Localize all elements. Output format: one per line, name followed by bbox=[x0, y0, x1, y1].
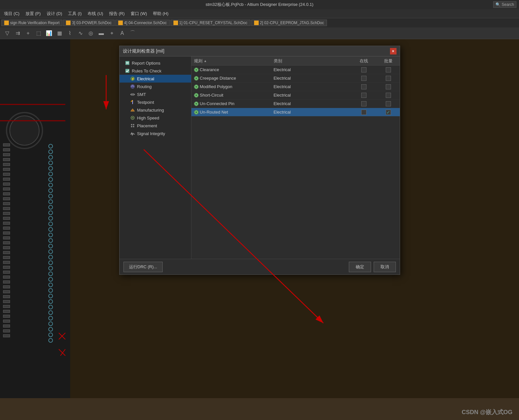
rule-online-creepage[interactable] bbox=[351, 76, 377, 81]
smt-icon bbox=[130, 92, 135, 97]
tree-item-electrical-label: Electrical bbox=[137, 76, 154, 81]
checkbox-online-clearance[interactable] bbox=[361, 67, 366, 72]
svg-point-103 bbox=[195, 69, 198, 71]
checkbox-batch-modified-polygon[interactable] bbox=[386, 84, 391, 89]
header-category: 类别 bbox=[271, 58, 351, 64]
rule-online-clearance[interactable] bbox=[351, 67, 377, 72]
dialog-title-bar: 设计规则检查器 [mil] × bbox=[120, 46, 400, 56]
trace-btn[interactable]: ⌇ bbox=[65, 29, 74, 38]
tab-0[interactable]: sign Rule Verification Report bbox=[1, 20, 62, 26]
rule-online-unconnected-pin[interactable] bbox=[351, 101, 377, 106]
tab-3[interactable]: 1] 01-CPU_RESET_CRYSTAL.SchDoc bbox=[170, 20, 251, 26]
select-btn[interactable]: ⬚ bbox=[34, 29, 43, 38]
tree-item-routing[interactable]: Routing bbox=[120, 83, 191, 90]
svg-rect-89 bbox=[125, 69, 129, 73]
tree-item-electrical[interactable]: ⚡ Electrical bbox=[120, 75, 191, 83]
tree-item-smt[interactable]: SMT bbox=[120, 90, 191, 98]
text-btn[interactable]: A bbox=[118, 29, 127, 38]
checkbox-online-unrouted-net[interactable] bbox=[361, 110, 366, 115]
add-btn[interactable]: + bbox=[24, 29, 33, 38]
svg-rect-100 bbox=[133, 124, 134, 125]
menu-project[interactable]: 项目 (C) bbox=[1, 10, 22, 17]
rule-batch-unconnected-pin[interactable] bbox=[377, 101, 400, 106]
search-box[interactable]: 🔍 Search bbox=[493, 1, 516, 8]
dialog-close-button[interactable]: × bbox=[390, 48, 397, 54]
rule-online-short-circuit[interactable] bbox=[351, 93, 377, 98]
svg-rect-86 bbox=[125, 61, 129, 65]
table-row[interactable]: Short-Circuit Electrical bbox=[191, 91, 400, 100]
rules-check-icon bbox=[125, 68, 130, 73]
menu-report[interactable]: 报告 (R) bbox=[106, 10, 127, 17]
checkbox-batch-unconnected-pin[interactable] bbox=[386, 101, 391, 106]
tab-label-3: 1] 01-CPU_RESET_CRYSTAL.SchDoc bbox=[179, 21, 248, 25]
tab-label-1: 3] 03-POWER.SchDoc bbox=[72, 21, 111, 25]
tree-item-rules-to-check[interactable]: Rules To Check bbox=[120, 67, 191, 75]
filter-btn[interactable]: ▽ bbox=[3, 29, 12, 38]
menu-tools[interactable]: 工具 (I) bbox=[65, 10, 84, 17]
table-row[interactable]: Un-Connected Pin Electrical bbox=[191, 100, 400, 108]
wave-btn[interactable]: ∿ bbox=[76, 29, 85, 38]
table-row[interactable]: Modified Polygon Electrical bbox=[191, 83, 400, 91]
menu-bar: 项目 (C) 放置 (P) 设计 (D) 工具 (I) 布线 (U) 报告 (R… bbox=[0, 9, 519, 18]
table-row[interactable]: Clearance Electrical bbox=[191, 66, 400, 74]
tab-2[interactable]: 4] 04-Connector.SchDoc bbox=[115, 20, 170, 26]
cancel-button[interactable]: 取消 bbox=[374, 262, 396, 272]
checkbox-online-unconnected-pin[interactable] bbox=[361, 101, 366, 106]
checkbox-batch-creepage[interactable] bbox=[386, 76, 391, 81]
tab-1[interactable]: 3] 03-POWER.SchDoc bbox=[63, 20, 114, 26]
rule-batch-unrouted-net[interactable]: ✓ bbox=[377, 110, 400, 115]
dialog-overlay: 设计规则检查器 [mil] × Report bbox=[0, 39, 519, 420]
table-row-selected[interactable]: Un-Routed Net Electrical ✓ bbox=[191, 108, 400, 117]
tab-label-4: 2] 02-CPU_EEPROM_JTAG.SchDoc bbox=[260, 21, 324, 25]
grid-btn[interactable]: ▦ bbox=[55, 29, 64, 38]
ok-button[interactable]: 确定 bbox=[349, 262, 371, 272]
rule-batch-clearance[interactable] bbox=[377, 67, 400, 72]
unrouted-net-icon bbox=[194, 110, 199, 115]
tree-item-high-speed[interactable]: High Speed bbox=[120, 114, 191, 122]
run-drc-button[interactable]: 运行DRC (R)... bbox=[123, 262, 163, 272]
svg-point-92 bbox=[131, 85, 135, 88]
tree-item-signal-integrity[interactable]: Signal Integrity bbox=[120, 130, 191, 137]
sort-arrow-icon: ▲ bbox=[204, 59, 207, 63]
highlight-btn[interactable]: ◎ bbox=[86, 29, 95, 38]
header-batch: 批量 bbox=[377, 58, 400, 64]
rule-online-unrouted-net[interactable] bbox=[351, 110, 377, 115]
rule-label-modified-polygon: Modified Polygon bbox=[200, 84, 233, 89]
tree-item-report-options[interactable]: Report Options bbox=[120, 59, 191, 67]
tab-icon-0 bbox=[4, 21, 9, 25]
tree-item-placement[interactable]: Placement bbox=[120, 122, 191, 130]
tree-item-testpoint-label: Testpoint bbox=[137, 100, 154, 105]
arc-btn[interactable]: ⌒ bbox=[128, 29, 137, 38]
checkbox-batch-short-circuit[interactable] bbox=[386, 93, 391, 98]
tree-item-testpoint[interactable]: Testpoint bbox=[120, 98, 191, 106]
checkbox-online-modified-polygon[interactable] bbox=[361, 84, 366, 89]
checkbox-batch-unrouted-net-checked[interactable]: ✓ bbox=[386, 110, 391, 115]
chart-btn[interactable]: 📊 bbox=[44, 29, 54, 38]
menu-place[interactable]: 放置 (P) bbox=[23, 10, 43, 17]
rule-category-creepage: Electrical bbox=[271, 76, 351, 81]
checkbox-online-short-circuit[interactable] bbox=[361, 93, 366, 98]
creepage-icon bbox=[194, 76, 199, 81]
svg-rect-101 bbox=[131, 126, 132, 127]
layers-btn[interactable]: ▬ bbox=[97, 29, 106, 38]
svg-point-104 bbox=[195, 77, 198, 80]
rule-batch-modified-polygon[interactable] bbox=[377, 84, 400, 89]
rule-label-creepage: Creepage Distance bbox=[200, 76, 236, 81]
checkbox-online-creepage[interactable] bbox=[361, 76, 366, 81]
menu-window[interactable]: 窗口 (W) bbox=[128, 10, 150, 17]
rule-batch-short-circuit[interactable] bbox=[377, 93, 400, 98]
menu-design[interactable]: 设计 (D) bbox=[44, 10, 65, 17]
svg-rect-93 bbox=[131, 93, 134, 96]
menu-route[interactable]: 布线 (U) bbox=[85, 10, 106, 17]
rule-online-modified-polygon[interactable] bbox=[351, 84, 377, 89]
rule-batch-creepage[interactable] bbox=[377, 76, 400, 81]
routes-btn[interactable]: ⇉ bbox=[13, 29, 22, 38]
table-row[interactable]: Creepage Distance Electrical bbox=[191, 74, 400, 83]
tab-4[interactable]: 2] 02-CPU_EEPROM_JTAG.SchDoc bbox=[251, 20, 327, 26]
tab-icon-2 bbox=[118, 21, 123, 25]
inspect-btn[interactable]: ⌖ bbox=[107, 29, 116, 38]
checkbox-batch-clearance[interactable] bbox=[386, 67, 391, 72]
tree-item-manufacturing[interactable]: Manufacturing bbox=[120, 106, 191, 114]
menu-help[interactable]: 帮助 (H) bbox=[150, 10, 171, 17]
rules-panel: 规则 ▲ 类别 在线 批量 bbox=[191, 56, 400, 259]
